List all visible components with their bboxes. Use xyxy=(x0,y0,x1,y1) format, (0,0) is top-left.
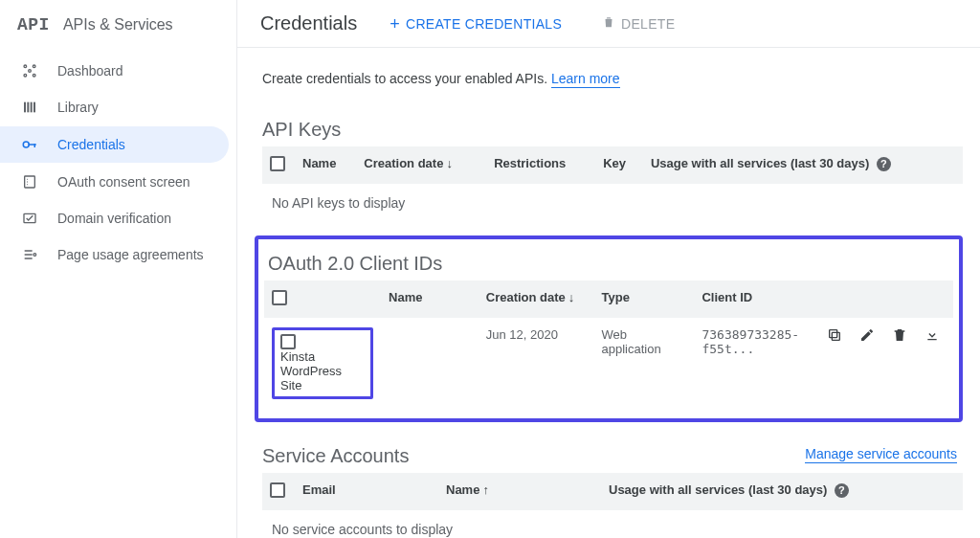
main-content: Credentials + CREATE CREDENTIALS DELETE … xyxy=(237,0,980,538)
learn-more-link[interactable]: Learn more xyxy=(551,71,620,88)
copy-icon[interactable] xyxy=(827,327,842,346)
row-type: Web application xyxy=(593,318,694,409)
api-keys-section: API Keys Name Creation date↓ Restriction… xyxy=(237,96,980,222)
svg-rect-7 xyxy=(31,102,33,113)
svg-rect-8 xyxy=(33,102,35,113)
sidebar-item-label: Page usage agreements xyxy=(57,247,204,262)
sidebar-nav: Dashboard Library Credentials OAuth cons… xyxy=(0,54,236,272)
select-all-checkbox[interactable] xyxy=(272,290,287,305)
col-usage[interactable]: Usage with all services (last 30 days) ? xyxy=(601,473,963,510)
row-name: Kinsta WordPress Site xyxy=(280,349,342,392)
svg-rect-6 xyxy=(27,102,29,113)
sidebar-item-dashboard[interactable]: Dashboard xyxy=(0,54,229,88)
sidebar-item-label: Domain verification xyxy=(57,211,171,226)
api-logo: API xyxy=(17,15,50,34)
delete-button[interactable]: DELETE xyxy=(594,10,682,37)
sidebar-item-library[interactable]: Library xyxy=(0,90,229,124)
svg-point-14 xyxy=(33,254,36,257)
svg-point-4 xyxy=(33,74,35,77)
intro-text: Create credentials to access your enable… xyxy=(262,71,551,86)
svg-rect-11 xyxy=(34,144,36,147)
download-icon[interactable] xyxy=(924,327,940,346)
col-type[interactable]: Type xyxy=(593,280,694,318)
dashboard-icon xyxy=(21,63,38,78)
select-all-checkbox[interactable] xyxy=(270,156,285,171)
intro-text-row: Create credentials to access your enable… xyxy=(237,48,980,96)
delete-icon[interactable] xyxy=(892,327,907,346)
api-keys-table: Name Creation date↓ Restrictions Key Usa… xyxy=(262,146,963,184)
create-credentials-button[interactable]: + CREATE CREDENTIALS xyxy=(382,11,569,37)
oauth-clients-title: OAuth 2.0 Client IDs xyxy=(268,253,953,275)
table-row[interactable]: Kinsta WordPress Site Jun 12, 2020 Web a… xyxy=(264,318,953,409)
edit-icon[interactable] xyxy=(859,327,875,346)
col-name[interactable]: Name↑ xyxy=(438,473,601,510)
row-created: Jun 12, 2020 xyxy=(479,318,594,409)
row-checkbox[interactable] xyxy=(280,334,296,349)
service-accounts-section: Service Accounts Manage service accounts… xyxy=(237,422,980,538)
plus-icon: + xyxy=(390,17,400,31)
col-name[interactable]: Name xyxy=(295,146,356,184)
svg-point-2 xyxy=(33,65,35,68)
col-client-id[interactable]: Client ID xyxy=(694,280,807,318)
consent-icon xyxy=(21,174,38,190)
page-header: Credentials + CREATE CREDENTIALS DELETE xyxy=(237,0,980,48)
col-creation-date-label: Creation date xyxy=(486,290,566,304)
col-name[interactable]: Name xyxy=(381,280,479,318)
sidebar: API APIs & Services Dashboard Library xyxy=(0,0,237,538)
sidebar-header: API APIs & Services xyxy=(0,6,236,54)
api-keys-title: API Keys xyxy=(262,119,963,141)
sidebar-item-credentials[interactable]: Credentials xyxy=(0,126,229,163)
col-creation-date[interactable]: Creation date↓ xyxy=(479,280,594,318)
library-icon xyxy=(21,100,38,115)
api-keys-empty: No API keys to display xyxy=(262,184,963,222)
sidebar-item-label: OAuth consent screen xyxy=(57,174,190,190)
svg-rect-5 xyxy=(24,102,26,113)
row-client-id: 736389733285-f55t... xyxy=(694,318,807,409)
create-credentials-label: CREATE CREDENTIALS xyxy=(406,16,562,32)
sidebar-item-domain-verification[interactable]: Domain verification xyxy=(0,201,229,235)
oauth-clients-table: Name Creation date↓ Type Client ID Kinst… xyxy=(264,280,953,409)
verified-icon xyxy=(21,211,38,226)
sort-desc-icon: ↓ xyxy=(446,156,453,170)
sidebar-item-label: Library xyxy=(57,100,99,115)
sidebar-item-label: Dashboard xyxy=(57,63,123,78)
settings-list-icon xyxy=(21,247,38,262)
key-icon xyxy=(21,136,38,153)
col-email[interactable]: Email xyxy=(295,473,438,510)
svg-rect-12 xyxy=(25,176,35,188)
service-accounts-title: Service Accounts xyxy=(262,445,409,467)
svg-point-0 xyxy=(29,70,32,73)
col-creation-date[interactable]: Creation date↓ xyxy=(356,146,486,184)
app-root: API APIs & Services Dashboard Library xyxy=(0,0,980,538)
col-key[interactable]: Key xyxy=(595,146,643,184)
service-accounts-empty: No service accounts to display xyxy=(262,510,963,538)
svg-point-9 xyxy=(23,142,29,147)
col-usage[interactable]: Usage with all services (last 30 days) ? xyxy=(643,146,963,184)
svg-point-1 xyxy=(24,65,27,68)
svg-point-3 xyxy=(24,74,27,77)
help-icon[interactable]: ? xyxy=(877,157,891,171)
col-name-label: Name xyxy=(446,482,479,497)
sidebar-item-page-usage[interactable]: Page usage agreements xyxy=(0,237,229,272)
oauth-highlight-box: OAuth 2.0 Client IDs Name Creation date↓… xyxy=(255,235,963,422)
row-actions xyxy=(814,327,946,346)
trash-icon xyxy=(602,15,615,32)
manage-service-accounts-link[interactable]: Manage service accounts xyxy=(805,446,957,463)
col-usage-label: Usage with all services (last 30 days) xyxy=(609,482,827,497)
col-usage-label: Usage with all services (last 30 days) xyxy=(651,156,869,170)
sort-asc-icon: ↑ xyxy=(482,482,489,497)
svg-rect-15 xyxy=(832,332,839,340)
sidebar-title: APIs & Services xyxy=(63,16,173,34)
service-accounts-table: Email Name↑ Usage with all services (las… xyxy=(262,473,963,510)
col-restrictions[interactable]: Restrictions xyxy=(486,146,595,184)
sidebar-item-oauth-consent[interactable]: OAuth consent screen xyxy=(0,165,229,199)
delete-label: DELETE xyxy=(621,16,675,32)
page-title: Credentials xyxy=(260,12,357,34)
sidebar-item-label: Credentials xyxy=(57,137,125,152)
select-all-checkbox[interactable] xyxy=(270,482,285,498)
col-creation-date-label: Creation date xyxy=(364,156,443,170)
help-icon[interactable]: ? xyxy=(835,483,849,498)
sort-desc-icon: ↓ xyxy=(568,290,575,304)
svg-rect-16 xyxy=(830,330,837,338)
